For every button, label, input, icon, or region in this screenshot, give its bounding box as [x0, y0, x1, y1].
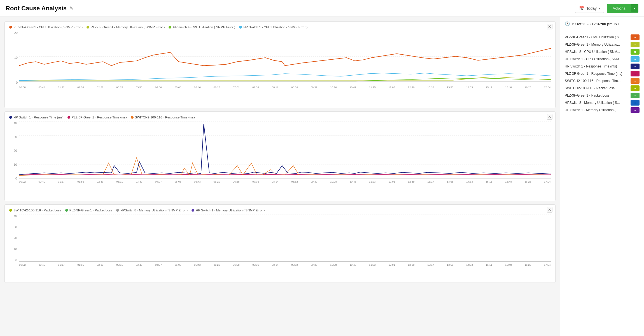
sidebar-color-chip[interactable]: -	[631, 42, 640, 47]
sidebar-item-label: HP Switch 1 - Response Time (ms)	[565, 64, 631, 68]
today-button[interactable]: 📅 Today ▾	[575, 4, 604, 13]
sidebar-item: PLZ-3F-Green1 - Packet Loss -	[565, 93, 640, 98]
sidebar-color-chip[interactable]: -	[631, 71, 640, 76]
sidebar-item: HP Switch 1 - Response Time (ms) -	[565, 64, 640, 69]
legend-label: HP Switch 1 - CPU Utilization ( SNMP Err…	[243, 25, 307, 29]
sidebar-item-label: SWITCH2-100-116 - Packet Loss	[565, 86, 631, 90]
chart-3-legend: SWITCH2-100-116 - Packet Loss PLZ-3F-Gre…	[9, 209, 551, 212]
legend-label: PLZ-3F-Green1 - Response Time (ms)	[72, 116, 127, 119]
legend-item: PLZ-3F-Green1 - Response Time (ms)	[67, 116, 127, 119]
legend-item: HP Switch 1 - CPU Utilization ( SNMP Err…	[239, 25, 307, 29]
sidebar-item: HP Switch 1 - Memory Utilization ( ... -	[565, 107, 640, 113]
actions-button-group: Actions ▾	[607, 4, 638, 13]
sidebar-item: PLZ-3F-Green1 - Response Time (ms) -	[565, 71, 640, 76]
x-axis-labels-3: 00:0200:4001:1701:5502:3303:1103:4904:27…	[19, 263, 551, 266]
legend-label: HPSwitch8 - Memory Utilization ( SNMP Er…	[120, 209, 188, 212]
sidebar-color-chip[interactable]: -	[631, 64, 640, 69]
legend-dot	[9, 26, 12, 29]
edit-icon[interactable]: ✎	[69, 6, 73, 11]
sidebar-color-chip[interactable]: -	[631, 78, 640, 84]
chart-1-legend: PLZ-3F-Green1 - CPU Utilization ( SNMP E…	[9, 25, 551, 29]
sidebar-item-label: PLZ-3F-Green1 - CPU Utilization ( S...	[565, 35, 631, 39]
header-right: 📅 Today ▾ Actions ▾	[575, 4, 638, 13]
legend-label: PLZ-3F-Green1 - Packet Loss	[69, 209, 112, 212]
legend-dot	[192, 209, 194, 212]
legend-dot	[239, 26, 242, 29]
sidebar-color-chip[interactable]: -	[631, 100, 640, 106]
sidebar-color-chip[interactable]: -	[631, 56, 640, 62]
sidebar-item-label: PLZ-3F-Green1 - Packet Loss	[565, 94, 631, 97]
legend-item: PLZ-3F-Green1 - Packet Loss	[65, 209, 112, 212]
today-label: Today	[586, 6, 597, 11]
legend-label: HP Switch 1 - Memory Utilization ( SNMP …	[196, 209, 265, 212]
legend-dot	[87, 26, 89, 29]
chart-2-svg	[19, 121, 551, 179]
x-axis-labels-2: 00:0200:4001:1701:5502:3303:1103:4904:27…	[19, 180, 551, 183]
sidebar-items: PLZ-3F-Green1 - CPU Utilization ( S... -…	[565, 34, 640, 113]
sidebar-color-chip[interactable]: -	[631, 85, 640, 91]
chart-2-legend: HP Switch 1 - Response Time (ms) PLZ-3F-…	[9, 116, 551, 119]
chart-2: ✕ HP Switch 1 - Response Time (ms) PLZ-3…	[4, 111, 556, 201]
calendar-icon: 📅	[579, 6, 585, 11]
legend-dot	[65, 209, 68, 212]
sidebar-item-label: SWITCH2-100-116 - Response Tim...	[565, 79, 631, 83]
x-axis-labels-1: 00:0800:4401:2201:5902:3703:1503:5304:30…	[19, 86, 551, 89]
legend-label: HPSwitch8 - CPU Utilization ( SNMP Error…	[173, 25, 235, 29]
legend-dot	[9, 116, 12, 119]
legend-item: SWITCH2-100-116 - Packet Loss	[9, 209, 61, 212]
chart-3-close[interactable]: ✕	[547, 207, 552, 213]
legend-label: HP Switch 1 - Response Time (ms)	[13, 116, 64, 119]
sidebar-item: SWITCH2-100-116 - Packet Loss -	[565, 85, 640, 91]
sidebar-item: HP Switch 1 - CPU Utilization ( SNM... -	[565, 56, 640, 62]
sidebar-item-label: HP Switch 1 - CPU Utilization ( SNM...	[565, 57, 631, 61]
legend-label: PLZ-3F-Green1 - CPU Utilization ( SNMP E…	[13, 25, 83, 29]
sidebar-item: PLZ-3F-Green1 - Memory Utilizatio... -	[565, 42, 640, 47]
sidebar-item: SWITCH2-100-116 - Response Tim... -	[565, 78, 640, 84]
legend-item: HPSwitch8 - CPU Utilization ( SNMP Error…	[169, 25, 235, 29]
legend-dot	[169, 26, 171, 29]
actions-main-button[interactable]: Actions	[607, 4, 631, 13]
sidebar-timestamp: 6 Oct 2023 12:37:00 pm IST	[572, 22, 619, 26]
sidebar-item-label: HP Switch 1 - Memory Utilization ( ...	[565, 108, 631, 112]
legend-label: PLZ-3F-Green1 - Memory Utilization ( SNM…	[91, 25, 165, 29]
chart-1-svg	[19, 31, 551, 84]
clock-icon: 🕐	[565, 21, 570, 26]
sidebar-color-chip[interactable]: -	[631, 34, 640, 40]
legend-dot	[67, 116, 70, 119]
legend-label: SWITCH2-100-116 - Response Time (ms)	[135, 116, 195, 119]
sidebar-color-chip[interactable]: -	[631, 93, 640, 98]
sidebar-time: 🕐 6 Oct 2023 12:37:00 pm IST	[565, 21, 640, 30]
sidebar-item-label: HPSwitch8 - Memory Utilization ( S...	[565, 101, 631, 105]
legend-item: HP Switch 1 - Memory Utilization ( SNMP …	[192, 209, 265, 212]
chart-2-close[interactable]: ✕	[547, 114, 552, 120]
sidebar: 🕐 6 Oct 2023 12:37:00 pm IST PLZ-3F-Gree…	[560, 17, 644, 336]
sidebar-item: PLZ-3F-Green1 - CPU Utilization ( S... -	[565, 34, 640, 40]
legend-item: PLZ-3F-Green1 - CPU Utilization ( SNMP E…	[9, 25, 83, 29]
y-axis-labels-2: 40 30 20 10 0	[10, 121, 17, 180]
chart-3: ✕ SWITCH2-100-116 - Packet Loss PLZ-3F-G…	[4, 204, 556, 283]
page-title: Root Cause Analysis	[6, 5, 67, 12]
sidebar-item-label: PLZ-3F-Green1 - Response Time (ms)	[565, 72, 631, 76]
y-axis-labels-3: 40 30 20 10 0	[10, 214, 17, 262]
legend-item: HP Switch 1 - Response Time (ms)	[9, 116, 64, 119]
sidebar-item: HPSwitch8 - CPU Utilization ( SNM... 0	[565, 49, 640, 55]
charts-area: ✕ PLZ-3F-Green1 - CPU Utilization ( SNMP…	[0, 17, 560, 336]
sidebar-item: HPSwitch8 - Memory Utilization ( S... -	[565, 100, 640, 106]
sidebar-color-chip[interactable]: 0	[631, 49, 640, 55]
legend-item: PLZ-3F-Green1 - Memory Utilization ( SNM…	[87, 25, 165, 29]
sidebar-item-label: HPSwitch8 - CPU Utilization ( SNM...	[565, 50, 631, 54]
legend-item: SWITCH2-100-116 - Response Time (ms)	[131, 116, 195, 119]
sidebar-item-label: PLZ-3F-Green1 - Memory Utilizatio...	[565, 43, 631, 46]
actions-chevron-button[interactable]: ▾	[631, 4, 638, 13]
legend-item: HPSwitch8 - Memory Utilization ( SNMP Er…	[116, 209, 188, 212]
y-axis-labels: 20 10 0	[11, 31, 18, 84]
sidebar-color-chip[interactable]: -	[631, 107, 640, 113]
legend-dot	[131, 116, 134, 119]
chart-1-close[interactable]: ✕	[547, 24, 552, 29]
main-content: ✕ PLZ-3F-Green1 - CPU Utilization ( SNMP…	[0, 17, 644, 336]
chart-1: ✕ PLZ-3F-Green1 - CPU Utilization ( SNMP…	[4, 21, 556, 108]
legend-dot	[9, 209, 12, 212]
header-left: Root Cause Analysis ✎	[6, 5, 73, 12]
legend-dot	[116, 209, 119, 212]
legend-label: SWITCH2-100-116 - Packet Loss	[13, 209, 61, 212]
